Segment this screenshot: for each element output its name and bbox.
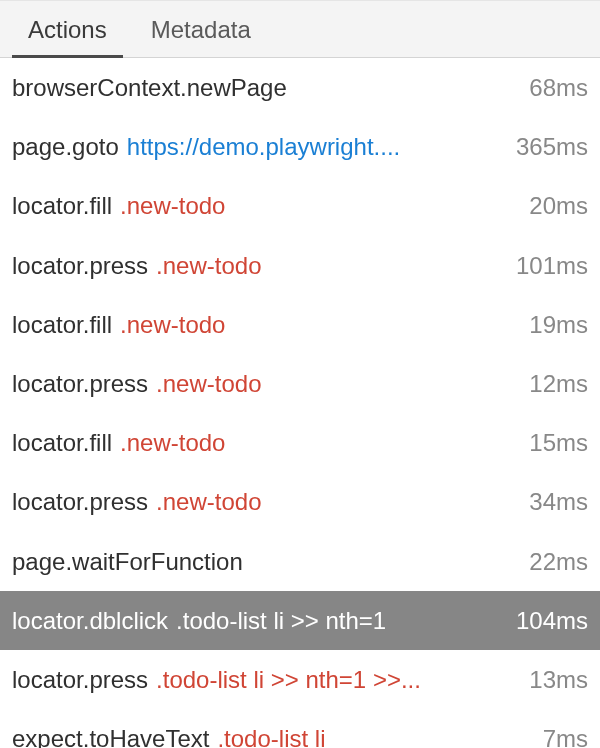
action-name: page.goto xyxy=(12,131,119,162)
action-detail: .new-todo xyxy=(120,427,225,458)
tab-actions[interactable]: Actions xyxy=(6,1,129,57)
action-name: locator.fill xyxy=(12,427,112,458)
action-detail: .new-todo xyxy=(156,250,261,281)
action-row[interactable]: locator.press.new-todo101ms xyxy=(0,236,600,295)
action-row[interactable]: locator.fill.new-todo19ms xyxy=(0,295,600,354)
action-duration: 365ms xyxy=(516,131,588,162)
action-detail: .todo-list li >> nth=1 >>... xyxy=(156,664,421,695)
action-duration: 13ms xyxy=(529,664,588,695)
action-duration: 22ms xyxy=(529,546,588,577)
action-detail: .new-todo xyxy=(156,486,261,517)
action-name: locator.press xyxy=(12,486,148,517)
action-detail: .todo-list li >> nth=1 xyxy=(176,605,386,636)
action-row[interactable]: locator.press.new-todo12ms xyxy=(0,354,600,413)
action-duration: 68ms xyxy=(529,72,588,103)
action-row[interactable]: locator.press.new-todo34ms xyxy=(0,472,600,531)
tabs: Actions Metadata xyxy=(0,0,600,58)
action-duration: 7ms xyxy=(543,723,588,748)
action-name: locator.dblclick xyxy=(12,605,168,636)
action-row[interactable]: locator.dblclick.todo-list li >> nth=110… xyxy=(0,591,600,650)
action-duration: 12ms xyxy=(529,368,588,399)
action-duration: 34ms xyxy=(529,486,588,517)
action-duration: 15ms xyxy=(529,427,588,458)
action-name: locator.press xyxy=(12,250,148,281)
action-detail: .new-todo xyxy=(120,309,225,340)
action-row[interactable]: page.gotohttps://demo.playwright....365m… xyxy=(0,117,600,176)
action-name: locator.press xyxy=(12,368,148,399)
action-detail: https://demo.playwright.... xyxy=(127,131,400,162)
action-row[interactable]: locator.fill.new-todo15ms xyxy=(0,413,600,472)
action-duration: 20ms xyxy=(529,190,588,221)
action-name: browserContext.newPage xyxy=(12,72,287,103)
action-name: expect.toHaveText xyxy=(12,723,209,748)
action-duration: 104ms xyxy=(516,605,588,636)
action-duration: 101ms xyxy=(516,250,588,281)
tab-metadata[interactable]: Metadata xyxy=(129,1,273,57)
action-row[interactable]: expect.toHaveText.todo-list li7ms xyxy=(0,709,600,748)
action-name: locator.press xyxy=(12,664,148,695)
action-row[interactable]: locator.press.todo-list li >> nth=1 >>..… xyxy=(0,650,600,709)
action-row[interactable]: browserContext.newPage68ms xyxy=(0,58,600,117)
action-name: locator.fill xyxy=(12,190,112,221)
action-name: page.waitForFunction xyxy=(12,546,243,577)
action-name: locator.fill xyxy=(12,309,112,340)
action-detail: .new-todo xyxy=(120,190,225,221)
action-detail: .todo-list li xyxy=(217,723,325,748)
action-row[interactable]: locator.fill.new-todo20ms xyxy=(0,176,600,235)
action-list: browserContext.newPage68mspage.gotohttps… xyxy=(0,58,600,748)
action-row[interactable]: page.waitForFunction22ms xyxy=(0,532,600,591)
action-duration: 19ms xyxy=(529,309,588,340)
action-detail: .new-todo xyxy=(156,368,261,399)
